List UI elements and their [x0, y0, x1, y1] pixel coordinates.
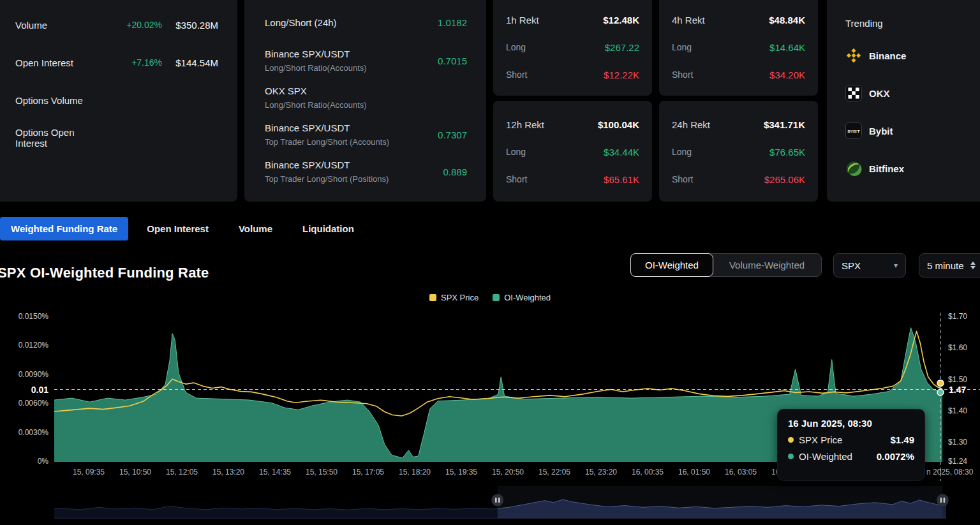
- tab-liquidation[interactable]: Liquidation: [302, 223, 354, 234]
- interval-select[interactable]: 5 minute: [919, 253, 980, 277]
- tooltip-value: 0.0072%: [877, 451, 914, 462]
- navigator-handle[interactable]: [937, 494, 949, 507]
- chart-legend: SPX Price OI-Weighted: [429, 293, 551, 302]
- legend-label: OI-Weighted: [504, 293, 551, 302]
- rekt-long-value: $34.44K: [604, 147, 639, 158]
- bybit-icon: BYB!T: [845, 122, 862, 139]
- tooltip-label: SPX Price: [799, 434, 890, 445]
- long-short-ratios-card: Long/Short (24h) 1.0182 Binance SPX/USDT…: [244, 0, 486, 202]
- rekt-total: $100.04K: [598, 119, 639, 130]
- stat-label: Open Interest: [15, 57, 107, 68]
- ratio-subtitle: Top Trader Long/Short (Positions): [265, 172, 443, 186]
- funding-marker-dot: [937, 389, 944, 396]
- stat-row-volume: Volume +20.02% $350.28M: [15, 18, 218, 32]
- ratio-title: Binance SPX/USDT: [265, 47, 438, 61]
- pause-icon: [940, 498, 942, 503]
- ratio-row: Binance SPX/USDT Long/Short Ratio(Accoun…: [265, 47, 467, 75]
- stat-row-open-interest: Open Interest +7.16% $144.54M: [15, 55, 218, 70]
- tooltip-value: $1.49: [890, 434, 914, 445]
- toggle-volume-weighted[interactable]: Volume-Weighted: [713, 254, 821, 276]
- rekt-card-12h: 12h Rekt$100.04K Long$34.44K Short$65.61…: [493, 101, 652, 202]
- pause-icon: [944, 498, 946, 503]
- rekt-short-value: $65.61K: [604, 174, 639, 185]
- tooltip-dot-spx-price: [788, 437, 794, 443]
- rekt-period: 24h Rekt: [672, 119, 710, 130]
- stat-row-options-volume: Options Volume: [15, 93, 218, 107]
- trending-item-bybit[interactable]: BYB!T Bybit: [845, 122, 974, 139]
- rekt-long-label: Long: [506, 147, 526, 157]
- trending-name: Bitfinex: [869, 163, 904, 174]
- rekt-card-1h: 1h Rekt$12.48K Long$267.22 Short$12.22K: [493, 0, 652, 96]
- ratio-subtitle: Long/Short Ratio(Accounts): [265, 98, 467, 112]
- ratio-row: OKX SPX Long/Short Ratio(Accounts): [265, 84, 467, 112]
- chart-navigator[interactable]: [0, 485, 980, 522]
- tab-weighted-funding-rate[interactable]: Weighted Funding Rate: [0, 217, 128, 240]
- symbol-select-value: SPX: [842, 260, 861, 271]
- market-stats-card: Volume +20.02% $350.28M Open Interest +7…: [0, 0, 237, 202]
- ratio-value: 1.0182: [438, 17, 467, 28]
- pause-icon: [498, 498, 500, 503]
- ratio-subtitle: Top Trader Long/Short (Accounts): [265, 135, 438, 149]
- ratio-title: Binance SPX/USDT: [265, 121, 438, 135]
- legend-item-oi-weighted[interactable]: OI-Weighted: [493, 293, 551, 302]
- toggle-oi-weighted[interactable]: OI-Weighted: [630, 253, 713, 277]
- trending-item-bitfinex[interactable]: Bitfinex: [845, 160, 974, 177]
- stat-value: $350.28M: [162, 20, 218, 31]
- rekt-short-label: Short: [506, 174, 527, 184]
- rekt-long-value: $76.65K: [769, 147, 805, 158]
- rekt-period: 4h Rekt: [672, 15, 705, 26]
- stat-change: +7.16%: [107, 57, 162, 68]
- rekt-short-value: $265.06K: [764, 174, 805, 185]
- ratio-value: 0.889: [443, 166, 467, 177]
- tooltip-label: OI-Weighted: [799, 451, 877, 462]
- chart-tabs: Weighted Funding Rate Open Interest Volu…: [0, 217, 354, 240]
- chevron-down-icon: ▾: [894, 261, 898, 270]
- ratio-value: 0.7307: [438, 129, 467, 140]
- legend-label: SPX Price: [441, 293, 479, 302]
- trending-name: OKX: [869, 88, 890, 99]
- weighting-toggle: OI-Weighted Volume-Weighted: [630, 253, 822, 277]
- ratio-title: Long/Short (24h): [265, 15, 438, 30]
- price-marker-dot: [937, 380, 944, 387]
- stat-value: $144.54M: [162, 57, 218, 68]
- rekt-card-24h: 24h Rekt$341.71K Long$76.65K Short$265.0…: [659, 101, 818, 202]
- rekt-short-label: Short: [672, 174, 693, 184]
- trending-title: Trending: [845, 18, 974, 32]
- tooltip-timestamp: 16 Jun 2025, 08:30: [788, 418, 914, 429]
- trending-item-binance[interactable]: Binance: [845, 47, 974, 64]
- current-funding-label: 0.01: [19, 385, 48, 395]
- trending-name: Binance: [869, 50, 906, 61]
- updown-arrows-icon: [970, 261, 976, 270]
- svg-text:BYB!T: BYB!T: [848, 129, 860, 133]
- legend-swatch: [429, 294, 436, 301]
- legend-item-spx-price[interactable]: SPX Price: [429, 293, 479, 302]
- okx-icon: [845, 85, 862, 101]
- tooltip-dot-oi-weighted: [788, 454, 794, 459]
- tab-volume[interactable]: Volume: [239, 223, 272, 234]
- ratio-value: 0.7015: [438, 55, 467, 66]
- ratio-title: Binance SPX/USDT: [265, 158, 443, 172]
- rekt-short-label: Short: [672, 70, 693, 80]
- rekt-total: $48.84K: [769, 15, 805, 26]
- ratio-row: Binance SPX/USDT Top Trader Long/Short (…: [265, 158, 467, 186]
- tab-open-interest[interactable]: Open Interest: [147, 223, 209, 234]
- stat-label: Options Volume: [15, 95, 107, 106]
- navigator-handle[interactable]: [491, 494, 503, 507]
- trending-item-okx[interactable]: OKX: [845, 85, 974, 101]
- trending-card: Trending Binance OKX BYB!T Bybit: [827, 0, 980, 202]
- legend-swatch: [493, 294, 500, 301]
- pause-icon: [495, 498, 497, 503]
- rekt-long-value: $14.64K: [769, 42, 805, 53]
- symbol-select[interactable]: SPX ▾: [833, 253, 906, 277]
- stat-label: Options Open Interest: [15, 127, 107, 149]
- rekt-card-4h: 4h Rekt$48.84K Long$14.64K Short$34.20K: [659, 0, 818, 96]
- rekt-long-value: $267.22: [605, 42, 639, 53]
- ratio-row: Binance SPX/USDT Top Trader Long/Short (…: [265, 121, 467, 149]
- ratio-subtitle: Long/Short Ratio(Accounts): [265, 61, 438, 75]
- ratio-row: Long/Short (24h) 1.0182: [265, 15, 467, 30]
- chart-tooltip: 16 Jun 2025, 08:30 SPX Price $1.49 OI-We…: [777, 409, 925, 481]
- navigator-selected-region[interactable]: [498, 486, 943, 518]
- stat-label: Volume: [15, 20, 107, 31]
- trending-name: Bybit: [869, 126, 893, 137]
- page-title: SPX OI-Weighted Funding Rate: [0, 265, 209, 281]
